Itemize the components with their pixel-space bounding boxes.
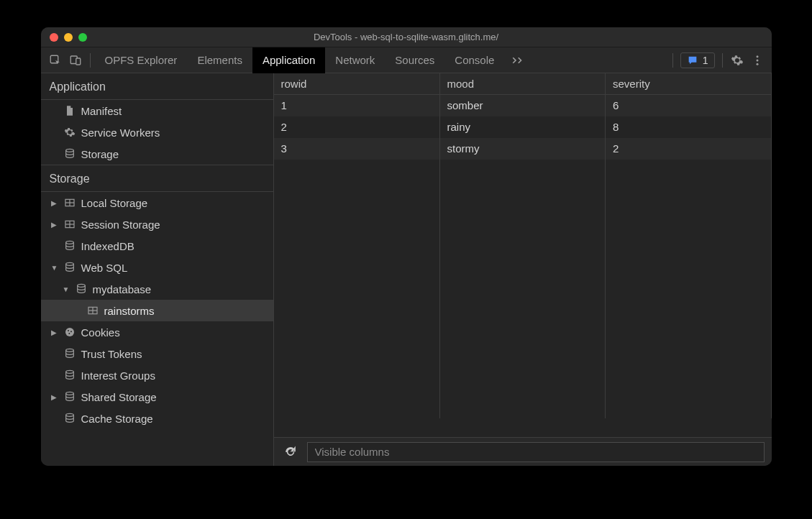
main-toolbar: OPFS ExplorerElementsApplicationNetworkS… xyxy=(41,47,772,73)
table-cell: 3 xyxy=(274,138,440,160)
sidebar-item-label: IndexedDB xyxy=(81,240,134,252)
table-cell: rainy xyxy=(439,116,606,138)
sidebar-item-label: rainstorms xyxy=(104,305,155,317)
column-header-severity[interactable]: severity xyxy=(606,73,772,95)
sidebar-item-rainstorms[interactable]: rainstorms xyxy=(41,300,273,321)
titlebar: DevTools - web-sql-to-sqlite-wasm.glitch… xyxy=(41,27,772,47)
sidebar-item-interest-groups[interactable]: Interest Groups xyxy=(41,364,273,386)
table-row[interactable]: 3stormy2 xyxy=(274,138,772,160)
table-cell: 1 xyxy=(274,95,440,116)
cylinder-icon xyxy=(63,148,77,160)
visible-columns-input[interactable] xyxy=(307,442,765,462)
cylinder-icon xyxy=(74,283,88,295)
devtools-window: DevTools - web-sql-to-sqlite-wasm.glitch… xyxy=(41,27,772,466)
table-cell: 8 xyxy=(606,116,772,138)
sidebar-item-label: Cookies xyxy=(81,326,120,339)
sidebar-item-mydatabase[interactable]: ▼mydatabase xyxy=(41,278,273,300)
table-cell: stormy xyxy=(439,138,606,160)
settings-gear-icon[interactable] xyxy=(727,50,747,70)
sidebar-item-trust-tokens[interactable]: Trust Tokens xyxy=(41,343,273,364)
refresh-icon[interactable] xyxy=(281,443,300,461)
sidebar-item-web-sql[interactable]: ▼Web SQL xyxy=(41,257,273,278)
cylinder-icon xyxy=(63,348,77,359)
svg-point-20 xyxy=(68,330,69,331)
disclosure-triangle-icon[interactable]: ▶ xyxy=(51,329,60,336)
sidebar-item-label: Storage xyxy=(81,148,119,160)
inspect-element-icon[interactable] xyxy=(45,50,65,70)
sidebar-item-label: Manifest xyxy=(81,105,122,117)
column-header-rowid[interactable]: rowid xyxy=(274,73,440,95)
toolbar-divider xyxy=(722,53,723,68)
sidebar-item-session-storage[interactable]: ▶Session Storage xyxy=(41,213,273,235)
sidebar-item-manifest[interactable]: Manifest xyxy=(41,100,273,121)
svg-point-19 xyxy=(65,328,74,336)
sidebar-item-label: mydatabase xyxy=(93,283,152,295)
cylinder-icon xyxy=(63,262,77,273)
disclosure-triangle-icon[interactable]: ▼ xyxy=(63,285,71,293)
sidebar-item-local-storage[interactable]: ▶Local Storage xyxy=(41,192,273,213)
sql-table-view: rowidmoodseverity 1somber62rainy83stormy… xyxy=(274,73,772,437)
grid-icon xyxy=(63,197,77,208)
svg-point-13 xyxy=(65,241,73,244)
svg-rect-2 xyxy=(76,58,80,65)
tab-sources[interactable]: Sources xyxy=(385,47,444,73)
sidebar-item-indexeddb[interactable]: IndexedDB xyxy=(41,235,273,257)
maximize-window-button[interactable] xyxy=(78,33,87,42)
more-tabs-icon[interactable] xyxy=(504,56,532,65)
sidebar-section-header: Storage xyxy=(41,165,273,192)
sidebar-item-storage[interactable]: Storage xyxy=(41,143,273,165)
cylinder-icon xyxy=(63,413,77,424)
issues-count: 1 xyxy=(703,55,708,66)
bottom-toolbar xyxy=(274,437,772,466)
table-row[interactable]: 2rainy8 xyxy=(274,116,772,138)
cylinder-icon xyxy=(63,240,77,252)
column-header-mood[interactable]: mood xyxy=(439,73,606,95)
issues-badge[interactable]: 1 xyxy=(680,52,715,68)
svg-point-3 xyxy=(756,55,758,58)
sidebar-item-label: Web SQL xyxy=(81,262,128,274)
cylinder-icon xyxy=(63,369,77,381)
tab-console[interactable]: Console xyxy=(444,47,504,73)
disclosure-triangle-icon[interactable]: ▶ xyxy=(51,221,60,229)
sidebar-item-cache-storage[interactable]: Cache Storage xyxy=(41,408,273,429)
tab-network[interactable]: Network xyxy=(325,47,385,73)
sidebar-item-label: Cache Storage xyxy=(81,413,153,425)
disclosure-triangle-icon[interactable]: ▼ xyxy=(51,264,60,272)
disclosure-triangle-icon[interactable]: ▶ xyxy=(51,393,60,401)
svg-point-25 xyxy=(65,392,73,395)
table-header-row: rowidmoodseverity xyxy=(274,73,772,95)
svg-point-6 xyxy=(65,149,73,152)
toolbar-divider xyxy=(672,53,673,68)
sidebar-item-label: Service Workers xyxy=(81,127,160,139)
tab-opfs-explorer[interactable]: OPFS Explorer xyxy=(95,47,188,73)
disclosure-triangle-icon[interactable]: ▶ xyxy=(51,199,60,207)
cylinder-icon xyxy=(63,391,77,403)
sidebar-item-service-workers[interactable]: Service Workers xyxy=(41,121,273,143)
table-cell: 2 xyxy=(606,138,772,160)
application-sidebar: ApplicationManifestService WorkersStorag… xyxy=(41,73,274,466)
svg-point-5 xyxy=(756,63,758,65)
minimize-window-button[interactable] xyxy=(64,33,73,42)
tab-elements[interactable]: Elements xyxy=(187,47,252,73)
svg-point-14 xyxy=(65,262,73,265)
panel-tabs: OPFS ExplorerElementsApplicationNetworkS… xyxy=(95,47,505,73)
table-row[interactable]: 1somber6 xyxy=(274,95,772,116)
close-window-button[interactable] xyxy=(50,33,58,42)
traffic-lights xyxy=(50,33,87,42)
sidebar-item-label: Trust Tokens xyxy=(81,348,142,360)
sidebar-item-label: Session Storage xyxy=(81,219,160,231)
window-title: DevTools - web-sql-to-sqlite-wasm.glitch… xyxy=(41,32,772,42)
grid-icon xyxy=(63,219,77,230)
svg-point-23 xyxy=(65,349,73,352)
content-area: ApplicationManifestService WorkersStorag… xyxy=(41,73,772,466)
svg-point-4 xyxy=(756,59,758,61)
svg-point-15 xyxy=(77,284,85,287)
sidebar-item-cookies[interactable]: ▶Cookies xyxy=(41,321,273,343)
main-panel: rowidmoodseverity 1somber62rainy83stormy… xyxy=(274,73,772,466)
device-toggle-icon[interactable] xyxy=(65,50,86,70)
tab-application[interactable]: Application xyxy=(252,47,325,73)
cookie-icon xyxy=(63,326,77,338)
sidebar-item-shared-storage[interactable]: ▶Shared Storage xyxy=(41,386,273,408)
table-cell: 6 xyxy=(606,95,772,116)
kebab-menu-icon[interactable] xyxy=(747,50,767,70)
